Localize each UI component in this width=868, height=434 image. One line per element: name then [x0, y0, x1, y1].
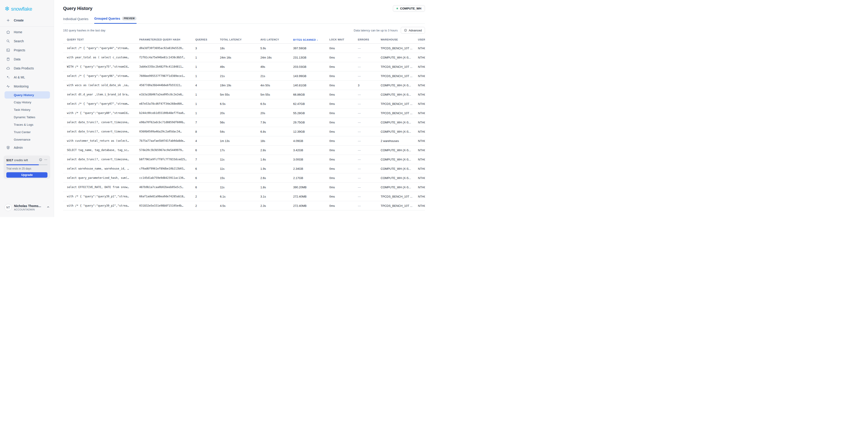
more-options-icon[interactable] [44, 158, 48, 162]
cell-query-hash: 487b9b1a7caa0b02beeb05e5c5… [139, 186, 195, 189]
table-row[interactable]: with customer_total_return as (select… 7… [63, 136, 425, 146]
table-row[interactable]: SELECT tag_name, tag_database, tag_sc… 5… [63, 146, 425, 155]
sidebar-item-data-products[interactable]: Data Products [0, 64, 54, 73]
table-row[interactable]: select /* { "query":"query07","stream… e… [63, 99, 425, 108]
cell-query-text: select /* { "query":"query44","stream… [63, 46, 139, 50]
cell-avg-latency: 5m 55s [260, 93, 293, 96]
cell-errors: — [358, 130, 381, 133]
sidebar: ❄ snowflake Create Home Search Projects … [0, 0, 54, 217]
cell-bytes-scanned: 66.86GB [293, 93, 329, 96]
warehouse-selector-button[interactable]: COMPUTE_WH [393, 5, 425, 12]
cell-total-latency: 6.5s [220, 102, 260, 105]
tab-individual-queries[interactable]: Individual Queries [63, 17, 88, 24]
sidebar-item-traces-logs[interactable]: Traces & Logs [0, 121, 54, 128]
cell-query-hash: 0360b0509a46a29c2a05dac34… [139, 130, 195, 133]
cell-query-text: select /* { "query":"query96","stream… [63, 74, 139, 78]
sidebar-item-trust-center[interactable]: Trust Center [0, 128, 54, 136]
cell-errors: — [358, 46, 381, 50]
cell-queries: 7 [195, 121, 220, 124]
column-header-warehouse[interactable]: WAREHOUSE [381, 38, 418, 41]
cell-bytes-scanned: 2.17GB [293, 176, 329, 180]
table-row[interactable]: with wscs as (select sold_date_sk ,sa… 4… [63, 81, 425, 90]
table-row[interactable]: select query_parameterized_hash, sum(… c… [63, 174, 425, 183]
cell-query-hash: 031832e5e331e98b8f15105e4b… [139, 204, 195, 207]
column-header-total-latency[interactable]: TOTAL LATENCY [220, 38, 260, 41]
sort-desc-icon: ↓ [317, 38, 318, 41]
cell-errors: — [358, 74, 381, 78]
cell-user: NTHOM [418, 65, 425, 68]
cell-query-hash: e87e53a78cd6f47f34e268ed60… [139, 102, 195, 105]
cell-errors: — [358, 93, 381, 96]
cell-user: NTHOM [418, 204, 425, 208]
terminal-icon [6, 48, 10, 52]
column-header-query-hash[interactable]: PARAMETERIZED QUERY HASH [139, 38, 195, 41]
table-row[interactable]: with year_total as ( select c_custome… f… [63, 53, 425, 62]
cell-bytes-scanned: 3.42GB [293, 149, 329, 152]
grouped-queries-table: QUERY TEXT PARAMETERIZED QUERY HASH QUER… [63, 36, 425, 211]
info-icon[interactable] [39, 158, 42, 162]
sidebar-item-ai-ml[interactable]: AI & ML [0, 73, 54, 82]
cell-bytes-scanned: 143.99GB [293, 74, 329, 78]
plus-icon [6, 18, 10, 22]
table-row[interactable]: select /* { "query":"query44","stream… d… [63, 43, 425, 53]
cell-total-latency: 18s [220, 46, 260, 50]
table-row[interactable]: with /* { "query":"query39_p1","strea… 6… [63, 192, 425, 201]
cell-queries: 4 [195, 84, 220, 87]
table-row[interactable]: with /* { "query":"query39_p2","strea… 0… [63, 201, 425, 211]
cell-query-text: with /* { "query":"query39_p2","strea… [63, 204, 139, 207]
cell-bytes-scanned: 2.34GB [293, 167, 329, 170]
page-title: Query History [63, 6, 92, 11]
table-row[interactable]: with /* { "query":"query80","streamId… b… [63, 108, 425, 118]
table-row[interactable]: WITH /* { "query":"query75","streamId… 3… [63, 62, 425, 71]
cell-queries: 1 [195, 74, 220, 78]
cell-query-hash: e98a70f62adcbc71d8859df600b… [139, 121, 195, 124]
table-row[interactable]: select warehouse_name, warehouse_id, … c… [63, 164, 425, 174]
column-header-errors[interactable]: ERRORS [358, 38, 381, 41]
column-header-query-text[interactable]: QUERY TEXT [63, 38, 139, 41]
cell-queries: 6 [195, 186, 220, 189]
tab-grouped-queries[interactable]: Grouped Queries PREVIEW [94, 17, 136, 24]
cell-errors: — [358, 139, 381, 143]
sidebar-item-home[interactable]: Home [0, 28, 54, 37]
table-row[interactable]: select date_trunc(?, convert_timezone… e… [63, 118, 425, 127]
sidebar-item-data[interactable]: Data [0, 55, 54, 64]
user-menu[interactable]: NT Nicholas Thoms... ACCOUNTADMIN [4, 204, 50, 211]
sidebar-item-copy-history[interactable]: Copy History [0, 98, 54, 106]
column-header-lock-wait[interactable]: LOCK WAIT [329, 38, 358, 41]
sidebar-item-search[interactable]: Search [0, 37, 54, 46]
sidebar-item-admin[interactable]: Admin [0, 143, 54, 152]
cell-errors: — [358, 102, 381, 105]
upgrade-button[interactable]: Upgrade [6, 172, 48, 178]
cell-user: NTHOM [418, 186, 425, 189]
table-row[interactable]: select /* { "query":"query96","stream… 7… [63, 71, 425, 81]
cell-total-latency: 49s [220, 65, 260, 68]
sidebar-item-projects[interactable]: Projects [0, 46, 54, 55]
cell-user: NTHOM [418, 112, 425, 115]
cell-total-latency: 6.1s [220, 195, 260, 198]
cell-user: NTHOM [418, 149, 425, 152]
table-row[interactable]: select date_trunc(?, convert_timezone… b… [63, 155, 425, 164]
table-row[interactable]: select dt.d_year ,item.i_brand_id bra… e… [63, 90, 425, 99]
column-header-bytes-scanned[interactable]: BYTES SCANNED↓ [293, 38, 329, 41]
column-header-user[interactable]: USER [418, 38, 425, 41]
cell-avg-latency: 2.6s [260, 176, 293, 180]
sidebar-item-task-history[interactable]: Task History [0, 106, 54, 114]
sidebar-item-dynamic-tables[interactable]: Dynamic Tables [0, 114, 54, 121]
column-header-queries[interactable]: QUERIES [195, 38, 220, 41]
snowflake-logo[interactable]: ❄ snowflake [0, 0, 54, 12]
table-row[interactable]: select date_trunc(?, convert_timezone… 0… [63, 127, 425, 136]
column-header-avg-latency[interactable]: AVG LATENCY [260, 38, 293, 41]
cell-total-latency: 56s [220, 121, 260, 124]
table-row[interactable]: select EFFECTIVE_RATE, DATE from snow… 4… [63, 183, 425, 192]
cell-warehouse: TPCDS_BENCH_10T ... [381, 102, 418, 105]
cell-bytes-scanned: 231.13GB [293, 56, 329, 59]
cell-avg-latency: 24m 16s [260, 56, 293, 59]
sidebar-item-monitoring[interactable]: Monitoring [0, 82, 54, 91]
create-button[interactable]: Create [0, 16, 54, 25]
cell-warehouse: TPCDS_BENCH_10T ... [381, 112, 418, 115]
advanced-filters-button[interactable]: Advanced [401, 27, 425, 34]
sidebar-item-query-history[interactable]: Query History [4, 91, 50, 98]
query-count-summary: 192 query hashes in the last day [63, 29, 105, 32]
sidebar-item-governance[interactable]: Governance [0, 136, 54, 143]
cell-total-latency: 54s [220, 130, 260, 133]
